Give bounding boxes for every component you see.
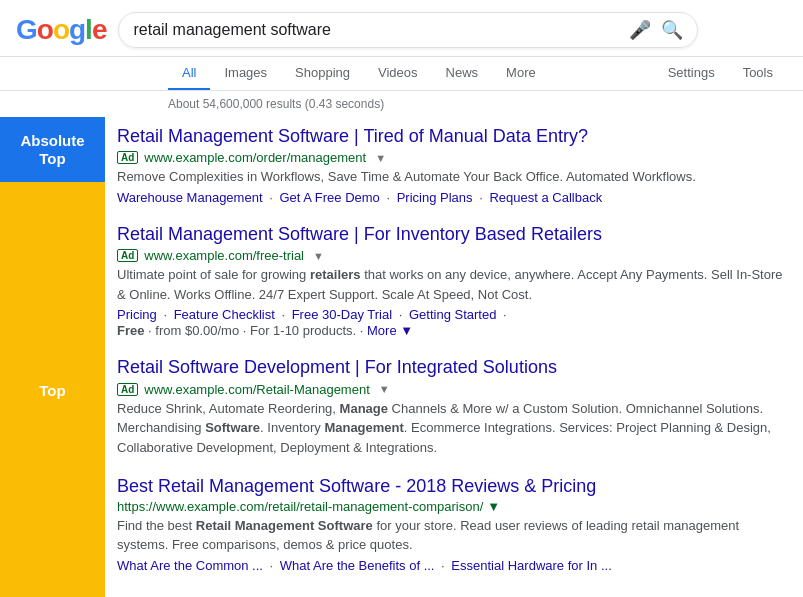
organic-1-title[interactable]: Best Retail Management Software - 2018 R… bbox=[117, 475, 787, 498]
sep: · bbox=[163, 307, 167, 322]
organic-1-url: https://www.example.com/retail/retail-ma… bbox=[117, 499, 483, 514]
ad-1-badge-line: Ad www.example.com/order/management ▼ bbox=[117, 150, 787, 165]
organic-1-sitelink-2[interactable]: What Are the Benefits of ... bbox=[280, 558, 435, 573]
ad-1-sitelink-1[interactable]: Warehouse Management bbox=[117, 190, 263, 205]
nav-item-videos[interactable]: Videos bbox=[364, 57, 432, 90]
logo-letter-o2: o bbox=[53, 14, 69, 45]
ad-1-url-arrow: ▼ bbox=[375, 152, 386, 164]
nav-item-news[interactable]: News bbox=[432, 57, 493, 90]
sep: · bbox=[270, 558, 274, 573]
organic-1-url-line: https://www.example.com/retail/retail-ma… bbox=[117, 499, 787, 514]
logo-letter-e: e bbox=[92, 14, 107, 45]
sep: · bbox=[441, 558, 445, 573]
ad-2-sitelink-1[interactable]: Pricing bbox=[117, 307, 157, 322]
nav-item-images[interactable]: Images bbox=[210, 57, 281, 90]
sep: · bbox=[269, 190, 273, 205]
nav-item-all[interactable]: All bbox=[168, 57, 210, 90]
sep: · bbox=[503, 307, 507, 322]
search-icons: 🎤 🔍 bbox=[629, 19, 683, 41]
search-icon[interactable]: 🔍 bbox=[661, 19, 683, 41]
ad-1-url: www.example.com/order/management bbox=[144, 150, 366, 165]
search-input[interactable] bbox=[133, 21, 621, 39]
ad-1-sitelink-4[interactable]: Request a Callback bbox=[489, 190, 602, 205]
ad-3-desc: Reduce Shrink, Automate Reordering, Mana… bbox=[117, 399, 787, 458]
ad-1-sitelink-2[interactable]: Get A Free Demo bbox=[279, 190, 379, 205]
ad-1-sitelinks[interactable]: Warehouse Management · Get A Free Demo ·… bbox=[117, 190, 787, 205]
nav-item-settings[interactable]: Settings bbox=[654, 57, 729, 90]
ad-2-sitelinks[interactable]: Pricing · Feature Checklist · Free 30-Da… bbox=[117, 307, 787, 322]
nav-left: All Images Shopping Videos News More bbox=[168, 57, 654, 90]
ad-result-3: Retail Software Development | For Integr… bbox=[117, 356, 787, 457]
results-column: Retail Management Software | Tired of Ma… bbox=[105, 117, 803, 597]
results-count: About 54,600,000 results (0.43 seconds) bbox=[0, 91, 803, 117]
ad-2-url: www.example.com/free-trial bbox=[144, 248, 304, 263]
ad-2-sitelink-4[interactable]: Getting Started bbox=[409, 307, 496, 322]
ad-1-badge: Ad bbox=[117, 151, 138, 164]
organic-1-desc: Find the best Retail Management Software… bbox=[117, 516, 787, 555]
ad-2-sitelink-2[interactable]: Feature Checklist bbox=[174, 307, 275, 322]
google-logo[interactable]: Google bbox=[16, 14, 106, 46]
ad-3-badge-line: Ad www.example.com/Retail-Management ▼ bbox=[117, 382, 787, 397]
ad-3-title[interactable]: Retail Software Development | For Integr… bbox=[117, 356, 787, 379]
ad-2-badge: Ad bbox=[117, 249, 138, 262]
ad-1-sitelink-3[interactable]: Pricing Plans bbox=[397, 190, 473, 205]
ad-2-free-note: Free · from $0.00/mo · For 1-10 products… bbox=[117, 323, 787, 338]
logo-letter-g: G bbox=[16, 14, 37, 45]
sep: · bbox=[399, 307, 403, 322]
header: Google 🎤 🔍 bbox=[0, 0, 803, 57]
ad-2-more-link[interactable]: More ▼ bbox=[367, 323, 413, 338]
search-nav: All Images Shopping Videos News More Set… bbox=[0, 57, 803, 91]
sep: · bbox=[479, 190, 483, 205]
ad-result-2: Retail Management Software | For Invento… bbox=[117, 223, 787, 338]
logo-letter-l: l bbox=[85, 14, 92, 45]
ad-2-url-arrow: ▼ bbox=[313, 250, 324, 262]
ad-1-desc: Remove Complexities in Workflows, Save T… bbox=[117, 167, 787, 187]
organic-1-sitelink-3[interactable]: Essential Hardware for In ... bbox=[451, 558, 611, 573]
sep: · bbox=[386, 190, 390, 205]
main-content: Absolute Top Top Retail Management Softw… bbox=[0, 117, 803, 597]
organic-1-sitelinks[interactable]: What Are the Common ... · What Are the B… bbox=[117, 558, 787, 573]
organic-1-sitelink-1[interactable]: What Are the Common ... bbox=[117, 558, 263, 573]
nav-item-tools[interactable]: Tools bbox=[729, 57, 787, 90]
sep: · bbox=[281, 307, 285, 322]
position-labels: Absolute Top Top bbox=[0, 117, 105, 597]
microphone-icon[interactable]: 🎤 bbox=[629, 19, 651, 41]
ad-2-desc: Ultimate point of sale for growing retai… bbox=[117, 265, 787, 304]
absolute-top-label: Absolute Top bbox=[0, 117, 105, 182]
ad-3-badge: Ad bbox=[117, 383, 138, 396]
ad-2-title[interactable]: Retail Management Software | For Invento… bbox=[117, 223, 787, 246]
top-label-text: Top bbox=[39, 382, 65, 399]
ad-3-url-arrow: ▼ bbox=[379, 383, 390, 395]
nav-item-shopping[interactable]: Shopping bbox=[281, 57, 364, 90]
nav-item-more[interactable]: More bbox=[492, 57, 550, 90]
ad-2-badge-line: Ad www.example.com/free-trial ▼ bbox=[117, 248, 787, 263]
ad-result-1: Retail Management Software | Tired of Ma… bbox=[117, 125, 787, 205]
logo-letter-g2: g bbox=[69, 14, 85, 45]
top-label: Top bbox=[0, 182, 105, 597]
organic-result-1: Best Retail Management Software - 2018 R… bbox=[117, 475, 787, 572]
ad-3-url: www.example.com/Retail-Management bbox=[144, 382, 369, 397]
ad-2-sitelink-3[interactable]: Free 30-Day Trial bbox=[292, 307, 392, 322]
nav-right: Settings Tools bbox=[654, 57, 787, 90]
search-bar[interactable]: 🎤 🔍 bbox=[118, 12, 698, 48]
ad-1-title[interactable]: Retail Management Software | Tired of Ma… bbox=[117, 125, 787, 148]
organic-1-url-arrow: ▼ bbox=[487, 499, 500, 514]
logo-letter-o1: o bbox=[37, 14, 53, 45]
